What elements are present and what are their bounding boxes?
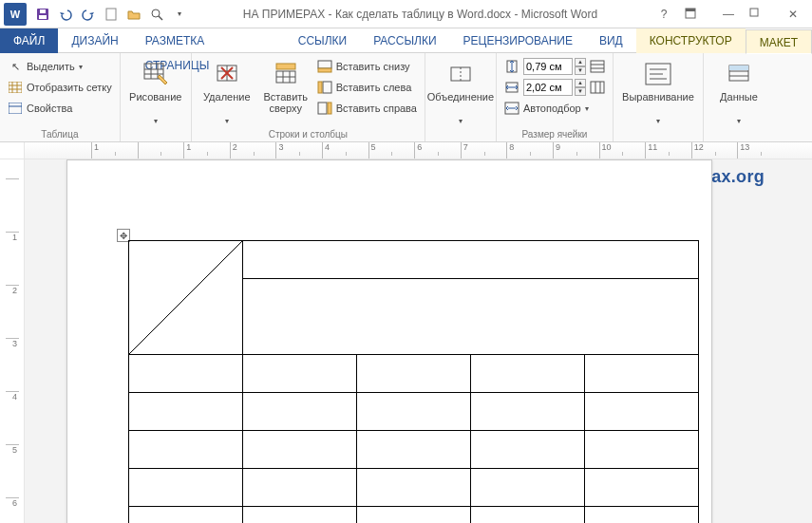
table-row[interactable] xyxy=(129,431,699,469)
insert-above-button[interactable]: Вставить сверху xyxy=(258,57,313,127)
print-preview-icon[interactable] xyxy=(148,6,165,23)
table-cell[interactable] xyxy=(471,431,585,469)
group-merge: Объединение ▾ xyxy=(425,53,497,141)
tab-constructor[interactable]: КОНСТРУКТОР xyxy=(636,28,746,53)
table-cell[interactable] xyxy=(243,355,357,393)
table-cell[interactable] xyxy=(129,507,243,524)
data-button[interactable]: Данные ▾ xyxy=(711,57,766,138)
table-cell[interactable] xyxy=(585,393,699,431)
height-input[interactable] xyxy=(523,58,573,75)
ruler-corner xyxy=(0,142,25,159)
tab-mailings[interactable]: РАССЫЛКИ xyxy=(360,28,449,53)
insert-above-label: Вставить сверху xyxy=(258,91,313,114)
table-cell[interactable] xyxy=(585,355,699,393)
row-height-control: ▲▼ xyxy=(504,57,605,76)
insert-left-button[interactable]: Вставить слева xyxy=(317,78,417,97)
table-cell[interactable] xyxy=(585,507,699,524)
table-row[interactable] xyxy=(129,507,699,524)
table-cell[interactable] xyxy=(357,431,471,469)
help-icon[interactable]: ? xyxy=(652,8,675,21)
table-row[interactable] xyxy=(129,241,699,279)
minimize-icon[interactable]: — xyxy=(717,8,740,21)
table-cell[interactable] xyxy=(357,507,471,524)
width-up[interactable]: ▲ xyxy=(575,79,586,87)
group-cell-size: ▲▼ ▲▼ Автоподбор▾ Размер ячейки xyxy=(497,53,614,141)
svg-rect-31 xyxy=(318,61,331,68)
tab-references[interactable]: ССЫЛКИ xyxy=(285,28,360,53)
table-cell[interactable] xyxy=(585,431,699,469)
ribbon-display-icon[interactable] xyxy=(685,8,708,21)
delete-button[interactable]: Удаление ▾ xyxy=(199,57,255,127)
table-row[interactable] xyxy=(129,355,699,393)
gridlines-button[interactable]: Отобразить сетку xyxy=(8,78,112,97)
table-cell[interactable] xyxy=(471,393,585,431)
table-cell[interactable] xyxy=(585,469,699,507)
page-container[interactable]: naprimerax.org ✥ xyxy=(25,159,812,523)
width-input[interactable] xyxy=(523,79,573,96)
save-icon[interactable] xyxy=(34,6,51,23)
insert-above-icon xyxy=(271,59,301,89)
document-page[interactable]: ✥ xyxy=(66,159,712,523)
draw-table-icon xyxy=(141,59,171,89)
height-down[interactable]: ▼ xyxy=(575,66,586,75)
close-icon[interactable]: ✕ xyxy=(782,8,804,21)
draw-button[interactable]: Рисование ▾ xyxy=(128,57,183,138)
autofit-button[interactable]: Автоподбор▾ xyxy=(504,99,605,118)
width-down[interactable]: ▼ xyxy=(575,87,586,96)
tab-view[interactable]: ВИД xyxy=(586,28,636,53)
table-cell[interactable] xyxy=(243,279,699,355)
group-table: ↖Выделить▾ Отобразить сетку Свойства Таб… xyxy=(0,53,121,141)
tab-review[interactable]: РЕЦЕНЗИРОВАНИЕ xyxy=(450,28,586,53)
distribute-cols-icon[interactable] xyxy=(590,80,605,95)
svg-rect-3 xyxy=(106,9,116,20)
insert-below-icon xyxy=(317,59,332,74)
merge-button[interactable]: Объединение ▾ xyxy=(433,57,488,138)
table-cell[interactable] xyxy=(243,469,357,507)
svg-point-4 xyxy=(152,9,160,17)
insert-right-label: Вставить справа xyxy=(336,103,417,114)
table-cell[interactable] xyxy=(243,393,357,431)
select-button[interactable]: ↖Выделить▾ xyxy=(8,57,112,76)
table-cell[interactable] xyxy=(471,507,585,524)
tab-layout[interactable]: МАКЕТ xyxy=(746,29,812,54)
table-cell[interactable] xyxy=(357,355,471,393)
table-cell[interactable] xyxy=(243,507,357,524)
table-cell[interactable] xyxy=(243,431,357,469)
alignment-button[interactable]: Выравнивание ▾ xyxy=(621,57,695,138)
maximize-icon[interactable] xyxy=(749,8,772,21)
word-app-icon: W xyxy=(4,3,27,26)
new-doc-icon[interactable] xyxy=(103,6,120,23)
table-cell[interactable] xyxy=(129,393,243,431)
svg-rect-14 xyxy=(9,103,22,114)
insert-right-icon xyxy=(317,101,332,116)
svg-rect-7 xyxy=(686,9,695,11)
group-data: Данные ▾ xyxy=(704,53,774,141)
qat-dropdown-icon[interactable]: ▾ xyxy=(171,6,188,23)
svg-line-5 xyxy=(159,16,162,20)
height-up[interactable]: ▲ xyxy=(575,58,586,66)
tab-file[interactable]: ФАЙЛ xyxy=(0,28,58,53)
table-cell[interactable] xyxy=(357,393,471,431)
undo-icon[interactable] xyxy=(57,6,74,23)
table-cell[interactable] xyxy=(129,241,243,355)
open-icon[interactable] xyxy=(125,6,142,23)
tab-page-layout[interactable]: РАЗМЕТКА СТРАНИЦЫ xyxy=(132,28,285,53)
table-cell[interactable] xyxy=(243,241,699,279)
table-row[interactable] xyxy=(129,393,699,431)
properties-button[interactable]: Свойства xyxy=(8,99,112,118)
insert-right-button[interactable]: Вставить справа xyxy=(317,99,417,118)
insert-below-button[interactable]: Вставить снизу xyxy=(317,57,417,76)
document-table[interactable] xyxy=(128,240,699,523)
table-cell[interactable] xyxy=(129,469,243,507)
ruler-vertical[interactable]: 123456 xyxy=(0,159,25,523)
redo-icon[interactable] xyxy=(80,6,97,23)
tab-design[interactable]: ДИЗАЙН xyxy=(58,28,131,53)
table-row[interactable] xyxy=(129,469,699,507)
table-cell[interactable] xyxy=(357,469,471,507)
table-cell[interactable] xyxy=(471,469,585,507)
table-cell[interactable] xyxy=(129,355,243,393)
table-cell[interactable] xyxy=(471,355,585,393)
table-cell[interactable] xyxy=(129,431,243,469)
ruler-horizontal[interactable]: 112345678910111213 xyxy=(0,142,812,159)
distribute-rows-icon[interactable] xyxy=(590,59,605,74)
